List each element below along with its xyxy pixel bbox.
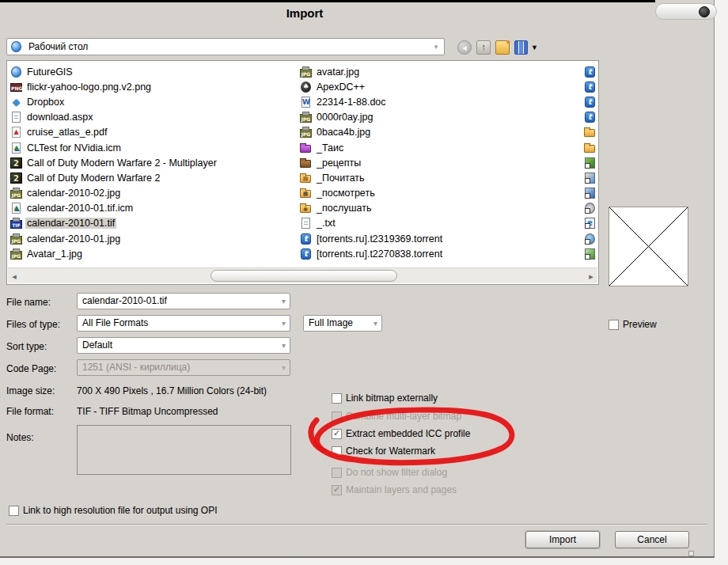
import-dialog-screen: Import Рабочий стол ▾ ▼ FutureGIS flickr… (0, 0, 728, 565)
notes-field[interactable] (77, 425, 291, 475)
file-list-item[interactable]: ApexDC++ (300, 79, 585, 94)
file-list-item[interactable]: _Таис (300, 140, 585, 155)
preview-option[interactable]: Preview (609, 319, 657, 330)
file-list-item[interactable]: Dropbox (10, 94, 297, 109)
file-list-item[interactable] (584, 94, 598, 109)
file-list-item[interactable] (584, 140, 598, 155)
file-type-icon (300, 157, 312, 169)
file-name-label: calendar-2010-01.tif.icm (25, 203, 135, 214)
file-list-item[interactable] (584, 125, 598, 140)
cancel-button[interactable]: Cancel (615, 531, 689, 548)
file-list-item[interactable]: calendar-2010-01.tif (10, 216, 297, 231)
file-list-item[interactable]: avatar.jpg (300, 64, 585, 79)
option-checkbox[interactable] (332, 446, 342, 457)
file-type-icon (10, 203, 22, 214)
option-checkbox[interactable] (332, 468, 342, 478)
file-list-item[interactable]: 0baca4b.jpg (300, 125, 585, 140)
file-type-icon (10, 66, 22, 78)
import-button[interactable]: Import (525, 531, 600, 548)
file-type-icon (584, 218, 596, 229)
file-list-item[interactable] (584, 201, 598, 216)
file-name-value: calendar-2010-01.tif (82, 295, 167, 306)
opi-checkbox[interactable] (9, 506, 19, 516)
option-row[interactable]: Do not show filter dialog (332, 467, 447, 478)
file-list-item[interactable]: _рецепты (300, 155, 585, 170)
file-type-icon (10, 142, 22, 154)
option-checkbox[interactable] (332, 411, 342, 422)
scrollbar-thumb[interactable] (210, 270, 397, 282)
location-combobox[interactable]: Рабочий стол ▾ (6, 38, 445, 55)
file-type-icon (10, 157, 22, 169)
opi-option[interactable]: Link to high resolution file for output … (9, 505, 217, 516)
sort-type-value: Default (82, 339, 112, 351)
file-list-item[interactable]: Avatar_1.jpg (10, 246, 297, 261)
option-row[interactable]: Combine multi-layer bitmap (332, 411, 461, 422)
resize-grip[interactable] (688, 551, 694, 556)
file-list-item[interactable] (584, 216, 598, 231)
file-list-item[interactable] (584, 170, 598, 185)
option-row[interactable]: Maintain layers and pages (332, 484, 457, 495)
scroll-left-arrow-icon[interactable]: ◂ (8, 268, 21, 284)
file-list-item[interactable]: 0000r0ay.jpg (300, 110, 585, 125)
option-row[interactable]: Link bitmap externally (332, 392, 438, 404)
sort-type-combobox[interactable]: Default (77, 337, 290, 354)
file-list-item[interactable]: FutureGIS (10, 64, 297, 79)
file-list-item[interactable]: [torrents.ru].t2319369.torrent (300, 231, 585, 246)
file-list-item[interactable]: _Почитать (300, 170, 585, 185)
new-folder-icon[interactable] (495, 40, 510, 55)
file-list-item[interactable]: Call of Duty Modern Warfare 2 - Multipla… (10, 155, 297, 170)
location-dropdown-arrow[interactable]: ▾ (430, 40, 442, 53)
file-list-item[interactable]: download.aspx (10, 110, 297, 125)
file-type-icon (300, 82, 312, 93)
files-of-type-combobox[interactable]: All File Formats (77, 315, 290, 332)
window-control-button[interactable] (699, 6, 710, 17)
file-type-icon (300, 218, 312, 229)
file-name-label: calendar-2010-01.jpg (25, 233, 122, 245)
file-type-icon (300, 173, 312, 184)
preview-label: Preview (623, 319, 657, 330)
file-list-item[interactable]: calendar-2010-02.jpg (10, 186, 297, 201)
window-control-pill[interactable] (655, 3, 717, 20)
file-name-label: [torrents.ru].t2270838.torrent (315, 248, 444, 260)
option-checkbox[interactable] (332, 429, 342, 439)
option-checkbox[interactable] (332, 393, 342, 404)
file-type-icon (300, 233, 312, 245)
file-list-item[interactable]: _посмотреть (300, 186, 585, 201)
option-row[interactable]: Extract embedded ICC profile (332, 428, 470, 439)
import-mode-combobox[interactable]: Full Image (303, 315, 382, 332)
file-list-item[interactable]: _.txt (300, 216, 585, 231)
file-list-item[interactable]: CLTest for NVidia.icm (10, 140, 297, 155)
file-list-item[interactable]: calendar-2010-01.jpg (10, 231, 297, 246)
scroll-right-arrow-icon[interactable]: ▸ (585, 268, 597, 284)
file-list-item[interactable] (584, 79, 598, 94)
code-page-value: 1251 (ANSI - кириллица) (82, 362, 190, 373)
option-label: Extract embedded ICC profile (346, 428, 470, 439)
file-list-item[interactable]: calendar-2010-01.tif.icm (10, 201, 297, 216)
file-name-label: ApexDC++ (315, 82, 366, 93)
up-one-level-icon[interactable] (476, 40, 491, 55)
views-icon[interactable] (514, 40, 528, 55)
file-name-label: _Почитать (315, 173, 366, 184)
file-list-item[interactable]: cruise_atlas_e.pdf (10, 125, 297, 140)
file-name-label: download.aspx (25, 112, 94, 123)
file-list-item[interactable] (584, 110, 598, 125)
file-list-item[interactable] (584, 186, 598, 201)
preview-checkbox[interactable] (609, 320, 619, 330)
file-list-item[interactable]: [torrents.ru].t2270838.torrent (300, 246, 585, 261)
views-dropdown-arrow[interactable]: ▼ (531, 44, 538, 51)
file-list-item[interactable]: flickr-yahoo-logo.png.v2.png (10, 79, 297, 94)
file-list-item[interactable]: _послушать (300, 201, 585, 216)
file-list-item[interactable]: 22314-1-88.doc (300, 94, 585, 109)
horizontal-scrollbar[interactable]: ◂ ▸ (8, 267, 597, 283)
file-type-icon (10, 233, 22, 245)
file-name-combobox[interactable]: calendar-2010-01.tif (77, 293, 290, 309)
file-list-item[interactable] (584, 64, 598, 79)
back-icon[interactable] (457, 40, 472, 55)
file-list-item[interactable] (584, 155, 598, 170)
file-name-label: _послушать (315, 203, 373, 214)
option-checkbox[interactable] (332, 485, 342, 495)
file-list-item[interactable]: Call of Duty Modern Warfare 2 (10, 170, 297, 185)
file-list-item[interactable] (584, 231, 598, 246)
option-row[interactable]: Check for Watermark (332, 446, 435, 457)
file-list-item[interactable] (584, 246, 598, 261)
